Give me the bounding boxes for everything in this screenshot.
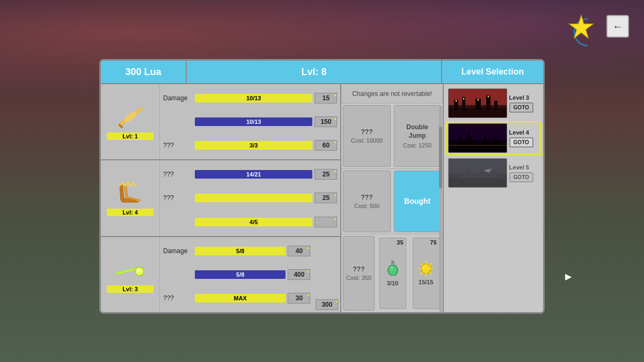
feather-stat2-val: 150 [314, 116, 337, 127]
svg-rect-45 [449, 178, 507, 188]
boots-stat3-bar: 4/5 [195, 218, 312, 226]
level-4-info: Level 4 GOTO [509, 129, 533, 147]
main-panel: 300 Lua Lvl: 8 Level Selection Lvl: 1 [99, 59, 545, 314]
shop-items: ??? Cost: 10000 DoubleJump Cost: 1250 ??… [341, 104, 442, 312]
panel-body: Lvl: 1 Damage 10/13 15 10/13 150 ??? [101, 84, 543, 312]
wand-level: Lvl: 3 [107, 285, 153, 293]
svg-line-19 [430, 272, 431, 274]
mystery2-cost: Cost: 500 [354, 203, 379, 209]
back-button[interactable]: ← [606, 15, 629, 38]
boots-stat1-label: ??? [163, 171, 193, 178]
feather-level: Lvl: 1 [107, 132, 153, 140]
wand-stat-2: 5/8 400 [163, 269, 310, 280]
boots-stat-3: 4/5 [163, 217, 337, 227]
level-5-name: Level 5 [509, 164, 529, 171]
wand-stat-damage: Damage 5/8 40 [163, 246, 310, 256]
wand-stat-3: ??? MAX 30 [163, 293, 310, 304]
feather-damage-bar: 10/13 [195, 94, 312, 102]
wand-damage-val: 40 [288, 246, 310, 256]
feather-stat-2: 10/13 150 [163, 116, 337, 127]
svg-point-32 [477, 99, 479, 101]
items-column: Lvl: 1 Damage 10/13 15 10/13 150 ??? [101, 84, 341, 312]
potion-area: 35 3/10 [378, 236, 408, 311]
sun-count: 75 [430, 239, 436, 246]
boots-icon [114, 180, 147, 206]
level-entry-3: Level 3 GOTO [446, 86, 541, 120]
bought-label: Bought [404, 197, 430, 205]
boots-stat-2: ??? 25 [163, 193, 337, 203]
svg-rect-35 [449, 124, 507, 140]
feather-damage-label: Damage [163, 94, 193, 102]
boots-stat-1: ??? 14/21 25 [163, 169, 337, 180]
wand-damage-label: Damage [163, 247, 193, 255]
scrollbar-thumb[interactable] [439, 127, 442, 189]
level-3-goto[interactable]: GOTO [509, 102, 533, 113]
svg-point-13 [422, 265, 426, 269]
mystery1-name: ??? [361, 128, 372, 136]
shop-item-mystery3[interactable]: ??? Cost: 350 [343, 236, 374, 311]
sun-item[interactable]: 75 [413, 238, 440, 309]
level-entry-5: Level 5 GOTO [446, 156, 541, 190]
level-5-thumbnail [448, 158, 507, 188]
svg-point-30 [455, 100, 457, 102]
boots-level: Lvl: 4 [107, 209, 153, 216]
scrollbar-track [439, 106, 442, 312]
svg-point-11 [390, 266, 393, 270]
level-4-name: Level 4 [509, 129, 529, 136]
level-3-name: Level 3 [509, 94, 529, 101]
shop-row-2: ??? Cost: 500 Bought [341, 169, 442, 234]
shop-item-mystery1[interactable]: ??? Cost: 10000 [343, 105, 390, 167]
shop-item-bought: Bought [394, 171, 441, 232]
level-5-info: Level 5 GOTO [509, 164, 533, 182]
boots-stat1-bar: 14/21 [195, 170, 312, 179]
shop-row-1: ??? Cost: 10000 DoubleJump Cost: 1250 [341, 104, 442, 169]
shop-row-3: ??? Cost: 350 35 [341, 234, 442, 312]
level-selection-column: Level 3 GOTO [444, 84, 543, 312]
level5-scene [449, 159, 507, 188]
level-4-thumbnail [448, 123, 507, 153]
item-icon-boots: Lvl: 4 [101, 160, 160, 235]
sun-icon [418, 261, 434, 278]
boots-stats: ??? 14/21 25 ??? 25 4/5 [160, 160, 340, 235]
boots-stat3-val [314, 217, 337, 227]
wand-extra: 300 [313, 237, 340, 312]
level4-scene [449, 124, 507, 153]
svg-line-18 [421, 263, 422, 265]
level-4-goto[interactable]: GOTO [509, 137, 533, 147]
wand-stat3-bar: MAX [195, 294, 286, 302]
svg-line-4 [120, 125, 122, 127]
shop-item-mystery2[interactable]: ??? Cost: 500 [343, 171, 390, 232]
svg-rect-44 [449, 159, 507, 174]
double-jump-cost: Cost: 1250 [403, 142, 431, 149]
item-row-feather: Lvl: 1 Damage 10/13 15 10/13 150 ??? [101, 84, 340, 160]
svg-point-8 [137, 269, 140, 272]
wand-stats: Damage 5/8 40 5/8 400 ??? MAX 30 [160, 237, 313, 312]
item-icon-feather: Lvl: 1 [101, 84, 160, 159]
boots-stat2-bar [195, 194, 312, 202]
shop-item-double-jump[interactable]: DoubleJump Cost: 1250 [394, 105, 441, 167]
star-decoration [558, 11, 601, 54]
boots-stat2-val: 25 [314, 193, 337, 203]
wand-icon [114, 256, 147, 283]
level-display: Lvl: 8 [187, 61, 441, 83]
potion-green[interactable]: 35 3/10 [379, 238, 406, 309]
feather-icon [114, 104, 147, 130]
svg-point-33 [487, 96, 489, 98]
item-row-wand: Lvl: 3 Damage 5/8 40 5/8 400 ??? [101, 237, 340, 312]
potion-green-sub: 3/10 [387, 280, 398, 286]
sun-area: 75 [411, 236, 441, 311]
wand-stat2-val: 400 [288, 269, 310, 280]
panel-header: 300 Lua Lvl: 8 Level Selection [101, 61, 543, 84]
level-5-goto[interactable]: GOTO [509, 172, 533, 182]
level3-scene [449, 89, 507, 118]
svg-rect-28 [486, 95, 491, 110]
level-3-thumbnail [448, 88, 507, 118]
potion-green-icon [386, 260, 399, 279]
item-icon-wand: Lvl: 3 [101, 237, 160, 312]
feather-stat3-label: ??? [163, 142, 193, 149]
feather-stats: Damage 10/13 15 10/13 150 ??? 3/3 60 [160, 84, 340, 159]
feather-stat3-val: 60 [314, 140, 337, 151]
svg-point-10 [388, 265, 398, 276]
level-3-info: Level 3 GOTO [509, 94, 533, 113]
wand-stat3-val: 30 [288, 293, 310, 304]
